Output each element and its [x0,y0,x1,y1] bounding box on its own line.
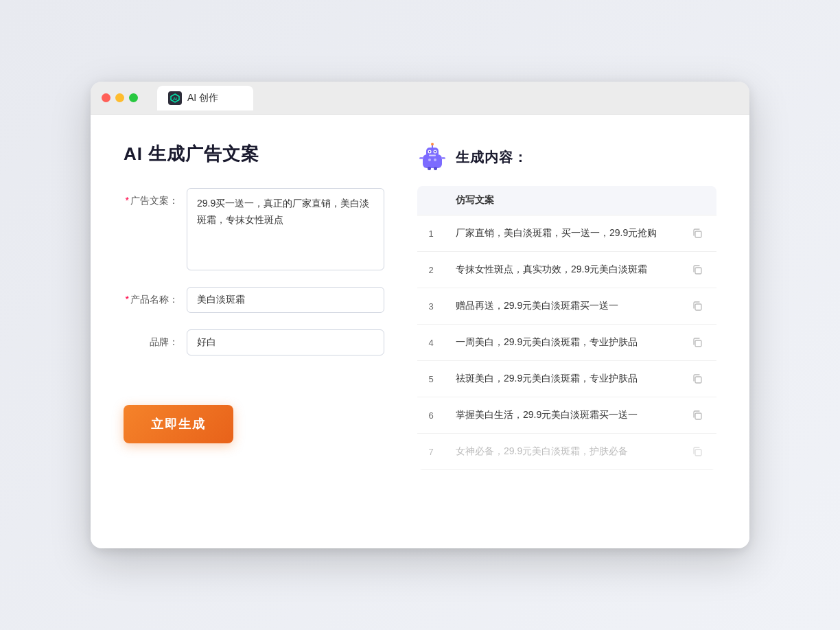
brand-label: 品牌： [124,329,178,349]
table-row: 1厂家直销，美白淡斑霜，买一送一，29.9元抢购 [417,215,716,252]
browser-window: AI AI 创作 AI 生成广告文案 *广告文案： 29.9买一送一，真正的厂家… [91,82,749,548]
row-copy-text: 厂家直销，美白淡斑霜，买一送一，29.9元抢购 [445,215,678,252]
row-number: 4 [417,325,445,361]
ad-copy-label: *广告文案： [124,188,178,207]
row-copy-cell [678,288,716,325]
product-name-input[interactable]: 美白淡斑霜 [187,287,384,313]
row-copy-cell [678,325,716,361]
table-row: 3赠品再送，29.9元美白淡斑霜买一送一 [417,288,716,325]
table-header-row: 仿写文案 [417,186,716,215]
row-number: 5 [417,361,445,397]
row-copy-cell [678,215,716,252]
row-number: 1 [417,215,445,252]
left-panel: AI 生成广告文案 *广告文案： 29.9买一送一，真正的厂家直销，美白淡斑霜，… [124,142,384,521]
row-copy-text: 专抹女性斑点，真实功效，29.9元美白淡斑霜 [445,252,678,288]
svg-text:AI: AI [173,96,177,100]
table-row: 4一周美白，29.9元美白淡斑霜，专业护肤品 [417,325,716,361]
svg-rect-10 [429,155,436,156]
copy-icon-button[interactable] [689,371,705,387]
svg-rect-16 [434,167,437,170]
row-copy-text: 女神必备，29.9元美白淡斑霜，护肤必备 [445,434,678,470]
page-title: AI 生成广告文案 [124,142,384,166]
table-header-num [417,186,445,215]
ad-copy-textarea[interactable]: 29.9买一送一，真正的厂家直销，美白淡斑霜，专抹女性斑点 [187,188,384,270]
row-copy-text: 赠品再送，29.9元美白淡斑霜买一送一 [445,288,678,325]
copy-icon-button[interactable] [689,407,705,423]
table-row: 2专抹女性斑点，真实功效，29.9元美白淡斑霜 [417,252,716,288]
svg-point-13 [428,159,431,161]
tab-label: AI 创作 [187,92,218,104]
svg-rect-22 [695,413,701,419]
svg-point-5 [431,143,434,145]
right-panel: 生成内容： 仿写文案 1厂家直销，美白淡斑霜，买一送一，29.9元抢购 2专抹女… [417,142,716,521]
product-name-label: *产品名称： [124,287,178,306]
row-number: 3 [417,288,445,325]
svg-rect-18 [695,268,701,274]
svg-rect-12 [441,157,445,159]
ai-tab-icon: AI [168,91,182,105]
minimize-button[interactable] [115,93,124,102]
robot-icon [417,142,447,172]
required-mark-ad: * [126,195,129,206]
browser-content: AI 生成广告文案 *广告文案： 29.9买一送一，真正的厂家直销，美白淡斑霜，… [91,115,749,548]
row-copy-cell [678,252,716,288]
copy-icon-button[interactable] [689,261,705,278]
copy-icon-button[interactable] [689,225,705,242]
svg-rect-20 [695,340,701,347]
result-table: 仿写文案 1厂家直销，美白淡斑霜，买一送一，29.9元抢购 2专抹女性斑点，真实… [417,186,716,470]
row-copy-cell [678,434,716,470]
brand-input[interactable]: 好白 [187,329,384,355]
svg-rect-19 [695,304,701,310]
product-name-row: *产品名称： 美白淡斑霜 [124,287,384,313]
row-copy-text: 一周美白，29.9元美白淡斑霜，专业护肤品 [445,325,678,361]
required-mark-product: * [126,294,129,305]
svg-rect-17 [695,231,701,237]
svg-point-8 [429,151,430,152]
row-copy-text: 掌握美白生活，29.9元美白淡斑霜买一送一 [445,397,678,434]
row-copy-cell [678,397,716,434]
traffic-lights [102,93,138,102]
close-button[interactable] [102,93,110,102]
copy-icon-button[interactable] [689,298,705,314]
result-title: 生成内容： [456,148,528,167]
svg-point-9 [434,151,436,152]
table-header-action [678,186,716,215]
generate-button[interactable]: 立即生成 [124,405,233,443]
row-number: 2 [417,252,445,288]
copy-icon-button[interactable] [689,334,705,351]
table-row: 5祛斑美白，29.9元美白淡斑霜，专业护肤品 [417,361,716,397]
row-copy-cell [678,361,716,397]
browser-tab[interactable]: AI AI 创作 [157,86,253,110]
table-header-copy: 仿写文案 [445,186,678,215]
maximize-button[interactable] [129,93,138,102]
svg-rect-23 [695,450,701,456]
row-number: 6 [417,397,445,434]
brand-row: 品牌： 好白 [124,329,384,355]
ad-copy-row: *广告文案： 29.9买一送一，真正的厂家直销，美白淡斑霜，专抹女性斑点 [124,188,384,270]
table-row: 6掌握美白生活，29.9元美白淡斑霜买一送一 [417,397,716,434]
svg-rect-21 [695,377,701,383]
result-header: 生成内容： [417,142,716,172]
table-row: 7女神必备，29.9元美白淡斑霜，护肤必备 [417,434,716,470]
browser-toolbar: AI AI 创作 [91,82,749,115]
row-number: 7 [417,434,445,470]
row-copy-text: 祛斑美白，29.9元美白淡斑霜，专业护肤品 [445,361,678,397]
copy-icon-button[interactable] [689,443,705,460]
svg-rect-15 [428,167,431,170]
svg-point-14 [434,159,436,161]
svg-rect-11 [419,157,423,159]
